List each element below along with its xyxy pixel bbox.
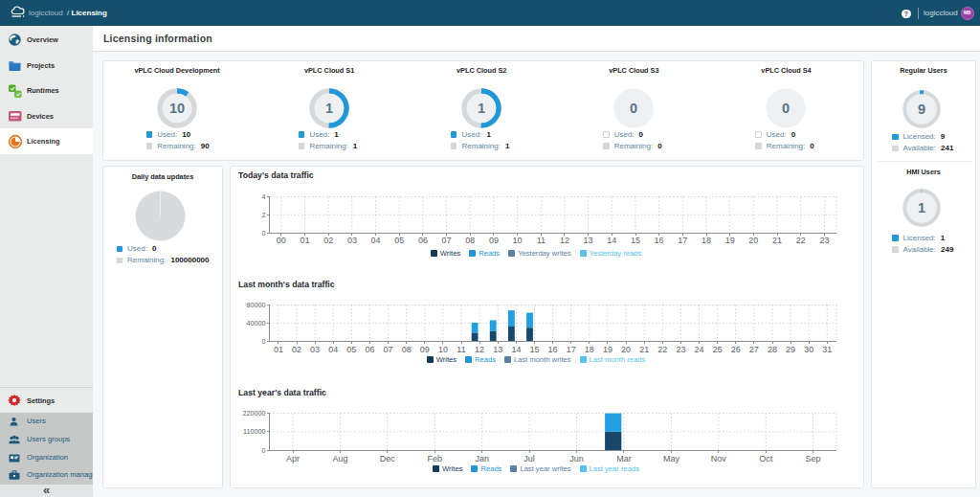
svg-text:19: 19 xyxy=(603,345,612,354)
svg-text:9: 9 xyxy=(917,102,924,117)
svg-text:23: 23 xyxy=(676,345,685,354)
svg-text:11: 11 xyxy=(457,345,465,354)
svg-text:12: 12 xyxy=(560,236,569,245)
svg-text:Feb: Feb xyxy=(428,454,443,463)
svg-text:0: 0 xyxy=(262,337,266,346)
svg-text:01: 01 xyxy=(274,345,283,354)
svg-text:Jun: Jun xyxy=(569,454,584,463)
svg-text:80000: 80000 xyxy=(247,301,266,309)
svg-text:0: 0 xyxy=(782,101,790,116)
svg-text:12: 12 xyxy=(475,345,484,354)
svg-text:21: 21 xyxy=(639,345,649,354)
svg-text:Sep: Sep xyxy=(806,454,821,463)
svg-text:Apr: Apr xyxy=(286,454,300,463)
svg-text:07: 07 xyxy=(384,345,393,354)
svg-text:1: 1 xyxy=(325,101,333,116)
svg-text:09: 09 xyxy=(489,236,499,245)
svg-text:13: 13 xyxy=(584,236,593,245)
svg-text:00: 00 xyxy=(277,236,286,245)
svg-text:30: 30 xyxy=(804,345,813,354)
svg-text:26: 26 xyxy=(731,345,741,354)
svg-text:25: 25 xyxy=(713,345,723,354)
svg-text:1: 1 xyxy=(917,200,924,215)
svg-text:2: 2 xyxy=(262,211,266,219)
svg-text:06: 06 xyxy=(418,236,428,245)
svg-text:14: 14 xyxy=(607,236,616,245)
svg-text:4: 4 xyxy=(262,192,266,201)
svg-text:04: 04 xyxy=(328,345,338,354)
svg-text:22: 22 xyxy=(657,345,667,354)
svg-text:0: 0 xyxy=(262,229,266,237)
svg-text:28: 28 xyxy=(768,345,777,354)
svg-text:110000: 110000 xyxy=(243,427,265,436)
svg-text:03: 03 xyxy=(310,345,320,354)
svg-text:Aug: Aug xyxy=(332,454,347,463)
svg-text:11: 11 xyxy=(537,236,546,245)
svg-text:13: 13 xyxy=(493,345,502,354)
svg-text:24: 24 xyxy=(694,345,703,354)
svg-text:20: 20 xyxy=(748,236,758,245)
svg-text:08: 08 xyxy=(402,345,412,354)
svg-text:220000: 220000 xyxy=(243,409,266,418)
svg-text:17: 17 xyxy=(567,345,576,354)
svg-text:May: May xyxy=(663,454,680,463)
svg-text:40000: 40000 xyxy=(247,319,266,328)
svg-text:10: 10 xyxy=(438,345,448,354)
svg-text:0: 0 xyxy=(262,446,266,455)
svg-text:16: 16 xyxy=(548,345,558,354)
svg-text:1: 1 xyxy=(478,101,485,116)
svg-text:Mar: Mar xyxy=(616,454,632,463)
svg-text:19: 19 xyxy=(725,236,735,245)
svg-text:18: 18 xyxy=(585,345,594,354)
svg-text:08: 08 xyxy=(465,236,475,245)
svg-text:29: 29 xyxy=(786,345,795,354)
svg-text:02: 02 xyxy=(323,236,333,245)
svg-text:05: 05 xyxy=(394,236,404,245)
svg-text:23: 23 xyxy=(819,236,829,245)
svg-text:06: 06 xyxy=(365,345,374,354)
svg-text:22: 22 xyxy=(796,236,806,245)
svg-text:Jan: Jan xyxy=(475,454,489,463)
svg-text:17: 17 xyxy=(678,236,687,245)
svg-text:10: 10 xyxy=(513,236,523,245)
svg-text:05: 05 xyxy=(346,345,356,354)
svg-text:16: 16 xyxy=(655,236,664,245)
svg-text:Nov: Nov xyxy=(711,454,727,463)
svg-text:02: 02 xyxy=(292,345,301,354)
svg-text:27: 27 xyxy=(749,345,759,354)
svg-text:07: 07 xyxy=(442,236,452,245)
svg-text:01: 01 xyxy=(300,236,309,245)
svg-text:0: 0 xyxy=(630,101,637,116)
svg-text:Jul: Jul xyxy=(523,454,535,463)
svg-text:21: 21 xyxy=(772,236,782,245)
svg-text:31: 31 xyxy=(822,345,832,354)
svg-text:20: 20 xyxy=(621,345,631,354)
svg-text:Oct: Oct xyxy=(759,454,773,463)
svg-text:14: 14 xyxy=(511,345,521,354)
svg-text:18: 18 xyxy=(702,236,711,245)
svg-text:03: 03 xyxy=(347,236,357,245)
svg-text:10: 10 xyxy=(169,101,185,116)
svg-text:09: 09 xyxy=(420,345,430,354)
svg-text:04: 04 xyxy=(370,236,380,245)
svg-text:15: 15 xyxy=(529,345,539,354)
svg-text:Dec: Dec xyxy=(380,454,396,463)
svg-text:15: 15 xyxy=(631,236,640,245)
